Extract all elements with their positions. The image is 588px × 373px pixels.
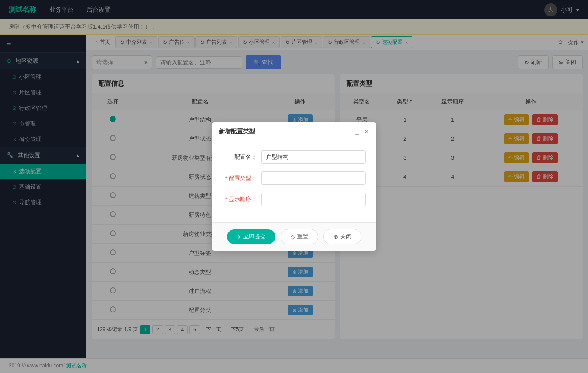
modal-restore-icon[interactable]: ▢ [354, 128, 360, 135]
reset-button[interactable]: ◇ 重置 [281, 229, 318, 244]
modal-close-icon[interactable]: ✕ [364, 128, 369, 135]
display-order-label: 显示顺序： [222, 196, 257, 203]
config-type-input[interactable] [261, 171, 366, 185]
modal-overlay: 新增配置类型 — ▢ ✕ 配置名： 配置类型： 显示顺序： ✈ [0, 0, 588, 373]
config-type-label: 配置类型： [222, 174, 257, 182]
config-name-input[interactable] [261, 150, 366, 164]
modal: 新增配置类型 — ▢ ✕ 配置名： 配置类型： 显示顺序： ✈ [212, 122, 376, 251]
config-name-label: 配置名： [222, 153, 257, 161]
close-modal-button[interactable]: ⊗ 关闭 [323, 229, 361, 244]
modal-footer: ✈ 立即提交 ◇ 重置 ⊗ 关闭 [212, 222, 376, 251]
reset-icon: ◇ [291, 234, 295, 240]
submit-button[interactable]: ✈ 立即提交 [227, 229, 275, 244]
form-row-config-type: 配置类型： [222, 171, 366, 185]
display-order-input[interactable] [261, 193, 366, 206]
form-row-config-name: 配置名： [222, 150, 366, 164]
modal-body: 配置名： 配置类型： 显示顺序： [212, 141, 376, 222]
modal-header-icons: — ▢ ✕ [344, 128, 369, 135]
submit-icon: ✈ [236, 234, 241, 240]
close-modal-icon: ⊗ [333, 234, 338, 240]
modal-minimize-icon[interactable]: — [344, 128, 350, 135]
modal-title: 新增配置类型 [219, 128, 255, 135]
form-row-display-order: 显示顺序： [222, 193, 366, 206]
modal-header: 新增配置类型 — ▢ ✕ [212, 122, 376, 141]
